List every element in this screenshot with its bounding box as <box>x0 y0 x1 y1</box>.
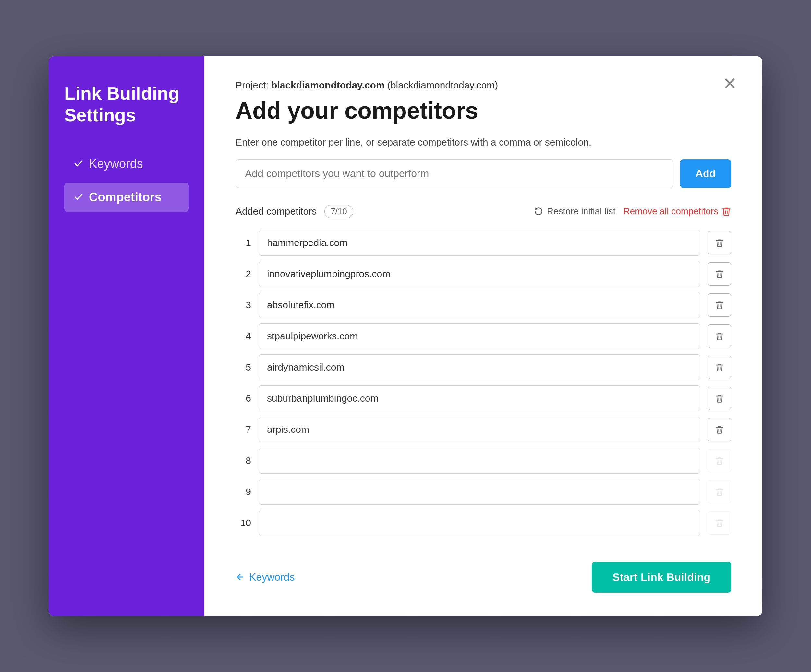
row-number-9: 9 <box>236 486 251 497</box>
competitor-row: 8 <box>236 448 731 474</box>
delete-competitor-9 <box>708 480 731 503</box>
trash-icon <box>715 456 724 465</box>
row-number-8: 8 <box>236 455 251 466</box>
competitors-header: Added competitors 7/10 Restore initial l… <box>236 205 731 218</box>
delete-competitor-6[interactable] <box>708 387 731 410</box>
check-icon-competitors <box>73 192 84 202</box>
row-number-3: 3 <box>236 300 251 311</box>
competitor-row-input-7[interactable] <box>259 416 700 442</box>
competitor-row-input-10[interactable] <box>259 510 700 536</box>
modal: Link Building Settings Keywords Competit… <box>49 56 762 616</box>
back-button[interactable]: Keywords <box>236 571 295 583</box>
trash-icon <box>715 425 724 434</box>
competitor-list: 1 2 3 4 5 6 <box>236 230 731 536</box>
arrow-left-icon <box>236 572 244 582</box>
competitor-row-input-8[interactable] <box>259 448 700 474</box>
add-button[interactable]: Add <box>680 159 731 188</box>
sidebar-item-competitors[interactable]: Competitors <box>64 183 189 212</box>
trash-icon <box>715 301 724 310</box>
restore-icon <box>534 207 543 216</box>
trash-icon <box>715 487 724 496</box>
project-name: blackdiamondtoday.com <box>271 80 385 90</box>
instructions-text: Enter one competitor per line, or separa… <box>236 137 731 148</box>
trash-icon <box>715 238 724 247</box>
count-badge: 7/10 <box>324 205 353 218</box>
delete-competitor-3[interactable] <box>708 293 731 317</box>
competitor-row-input-3[interactable] <box>259 292 700 318</box>
project-label: Project: blackdiamondtoday.com (blackdia… <box>236 80 731 91</box>
competitor-row: 5 <box>236 354 731 380</box>
row-number-1: 1 <box>236 237 251 248</box>
remove-all-label: Remove all competitors <box>623 206 718 217</box>
trash-icon <box>715 332 724 341</box>
remove-all-button[interactable]: Remove all competitors <box>623 206 731 217</box>
competitor-row: 6 <box>236 386 731 411</box>
sidebar-competitors-label: Competitors <box>89 190 161 204</box>
competitor-row-input-5[interactable] <box>259 354 700 380</box>
add-competitor-row: Add <box>236 159 731 188</box>
delete-competitor-4[interactable] <box>708 325 731 348</box>
restore-button[interactable]: Restore initial list <box>534 206 616 217</box>
row-number-7: 7 <box>236 424 251 435</box>
footer: Keywords Start Link Building <box>236 555 731 592</box>
project-domain: (blackdiamondtoday.com) <box>387 80 498 90</box>
delete-competitor-1[interactable] <box>708 231 731 254</box>
trash-icon <box>715 269 724 278</box>
added-competitors-label: Added competitors <box>236 206 317 217</box>
competitor-row: 3 <box>236 292 731 318</box>
row-number-10: 10 <box>236 517 251 528</box>
competitor-row-input-9[interactable] <box>259 479 700 505</box>
delete-competitor-10 <box>708 511 731 535</box>
main-content: ✕ Project: blackdiamondtoday.com (blackd… <box>204 56 762 616</box>
trash-icon-red <box>721 207 731 216</box>
competitor-row: 9 <box>236 479 731 505</box>
restore-label: Restore initial list <box>547 206 616 217</box>
close-button[interactable]: ✕ <box>718 72 741 95</box>
back-button-label: Keywords <box>249 571 295 583</box>
competitor-row: 10 <box>236 510 731 536</box>
sidebar-navigation: Keywords Competitors <box>64 149 189 212</box>
competitor-row: 2 <box>236 261 731 287</box>
competitor-row-input-2[interactable] <box>259 261 700 287</box>
competitor-row: 4 <box>236 323 731 349</box>
row-number-6: 6 <box>236 393 251 404</box>
sidebar: Link Building Settings Keywords Competit… <box>49 56 204 616</box>
check-icon-keywords <box>73 159 84 169</box>
competitor-row-input-4[interactable] <box>259 323 700 349</box>
competitor-row: 1 <box>236 230 731 256</box>
page-title: Add your competitors <box>236 97 731 124</box>
sidebar-title: Link Building Settings <box>64 82 189 126</box>
competitor-row-input-1[interactable] <box>259 230 700 256</box>
start-link-building-button[interactable]: Start Link Building <box>592 562 731 592</box>
trash-icon <box>715 363 724 372</box>
sidebar-item-keywords[interactable]: Keywords <box>64 149 189 179</box>
delete-competitor-5[interactable] <box>708 355 731 379</box>
trash-icon <box>715 394 724 403</box>
delete-competitor-8 <box>708 449 731 472</box>
delete-competitor-2[interactable] <box>708 262 731 286</box>
row-number-4: 4 <box>236 331 251 342</box>
competitor-row-input-6[interactable] <box>259 386 700 411</box>
delete-competitor-7[interactable] <box>708 418 731 441</box>
competitor-row: 7 <box>236 416 731 442</box>
row-number-2: 2 <box>236 268 251 279</box>
row-number-5: 5 <box>236 362 251 373</box>
competitor-input[interactable] <box>236 159 674 188</box>
trash-icon <box>715 518 724 527</box>
sidebar-keywords-label: Keywords <box>89 157 143 171</box>
